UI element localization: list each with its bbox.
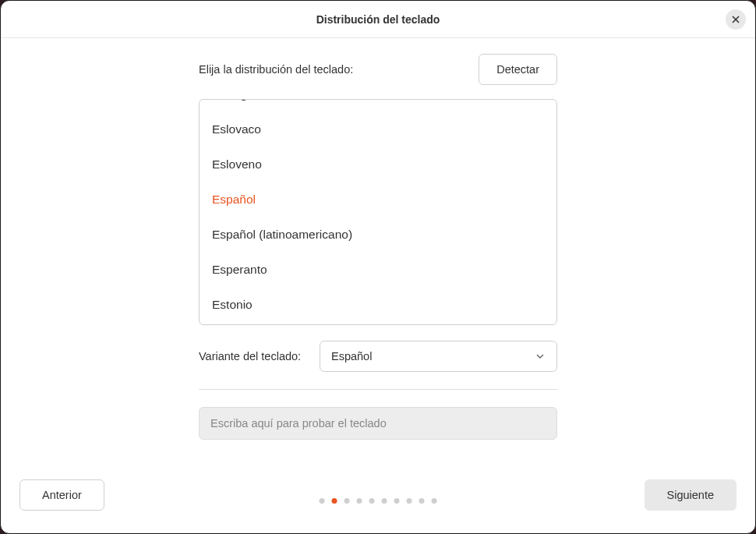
- progress-dot: [394, 498, 400, 504]
- layout-item[interactable]: Español: [200, 182, 556, 217]
- progress-dot: [332, 498, 337, 504]
- progress-dot: [432, 498, 437, 504]
- progress-dot: [320, 498, 325, 504]
- close-button[interactable]: [726, 9, 746, 30]
- layout-item[interactable]: Esloveno: [200, 147, 556, 182]
- prompt-row: Elija la distribución del teclado: Detec…: [199, 54, 557, 85]
- layout-list[interactable]: DzongkhaEslovacoEslovenoEspañolEspañol (…: [199, 99, 557, 325]
- detect-button[interactable]: Detectar: [479, 54, 557, 85]
- titlebar: Distribución del teclado: [1, 1, 755, 38]
- layout-item[interactable]: Estonio: [200, 287, 556, 322]
- content-area: Elija la distribución del teclado: Detec…: [1, 38, 755, 472]
- variant-selected-value: Español: [331, 350, 372, 362]
- layout-item[interactable]: Eslovaco: [200, 111, 556, 147]
- window-title: Distribución del teclado: [316, 13, 440, 26]
- installer-window: Distribución del teclado Elija la distri…: [0, 0, 756, 534]
- layout-item[interactable]: Esperanto: [200, 252, 556, 287]
- progress-dots: [320, 498, 437, 504]
- footer: Anterior Siguiente: [1, 472, 755, 533]
- divider: [199, 389, 557, 390]
- progress-dot: [357, 498, 362, 504]
- layout-item[interactable]: Dzongkha: [200, 99, 556, 111]
- keyboard-test-input[interactable]: [199, 407, 557, 440]
- close-icon: [731, 15, 740, 24]
- layout-prompt-label: Elija la distribución del teclado:: [199, 63, 353, 76]
- variant-select[interactable]: Español: [320, 341, 557, 372]
- progress-dot: [382, 498, 387, 504]
- previous-button[interactable]: Anterior: [19, 479, 104, 511]
- layout-item[interactable]: Español (latinoamericano): [200, 217, 556, 252]
- variant-row: Variante del teclado: Español: [199, 341, 557, 372]
- next-button[interactable]: Siguiente: [645, 479, 737, 511]
- chevron-down-icon: [535, 351, 546, 362]
- progress-dot: [407, 498, 412, 504]
- progress-dot: [419, 498, 425, 504]
- progress-dot: [369, 498, 375, 504]
- progress-dot: [344, 498, 350, 504]
- variant-label: Variante del teclado:: [199, 350, 301, 362]
- form-column: Elija la distribución del teclado: Detec…: [199, 54, 557, 440]
